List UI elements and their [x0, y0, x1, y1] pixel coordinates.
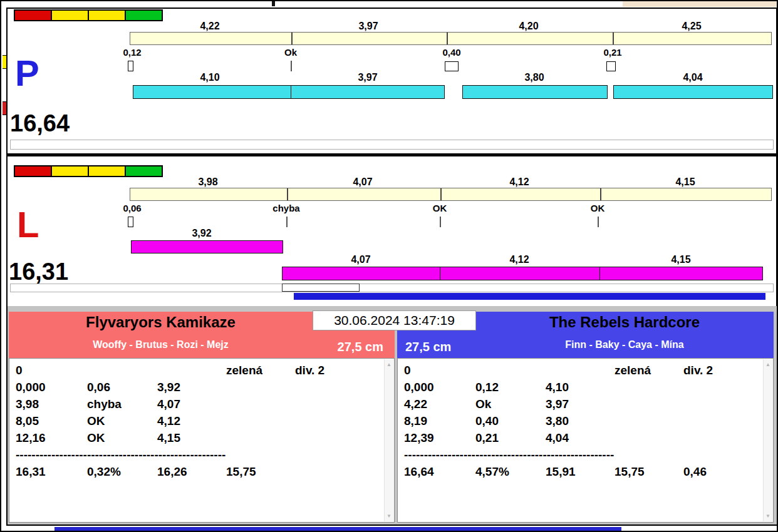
light-yellow-1: [51, 9, 89, 21]
summary-cell: 16,31: [16, 465, 46, 479]
result-cell: 3,92: [157, 381, 180, 394]
summary-cell: 15,75: [226, 465, 256, 479]
status-strip-l: [10, 284, 774, 292]
lane-letter-l: L: [17, 207, 39, 243]
change-marker-label: OK: [402, 203, 477, 213]
result-cell: 12,16: [16, 431, 46, 445]
top-strip: [3, 1, 778, 8]
result-cell: 0: [404, 364, 411, 377]
summary-cell: 16,64: [404, 465, 434, 479]
scroll-down-icon[interactable]: ▼: [385, 513, 393, 519]
run-bar-segment: [440, 267, 600, 280]
change-marker-label: 0,40: [414, 47, 489, 58]
scrollbar[interactable]: ▲ ▼: [763, 359, 772, 521]
change-marker-box: [128, 61, 133, 71]
reference-split-label: 4,20: [491, 21, 566, 32]
run-bar-segment: [133, 85, 291, 99]
segment-tick: [613, 33, 614, 44]
segment-tick: [291, 33, 293, 44]
run-split-label: 4,12: [482, 254, 557, 265]
run-split-label: 3,80: [497, 72, 572, 83]
light-red: [14, 165, 52, 177]
light-yellow-1: [51, 165, 89, 177]
light-green: [125, 9, 163, 21]
run-split-label: 4,04: [655, 72, 730, 83]
change-marker-label: 0,21: [575, 47, 650, 58]
light-red: [14, 9, 52, 21]
result-cell: 4,04: [546, 431, 569, 445]
progress-bar-blue: [294, 293, 765, 300]
result-cell: 0,06: [87, 381, 110, 394]
result-cell: zelená: [226, 364, 262, 377]
start-lights-p: [14, 9, 163, 21]
results-panel-right[interactable]: 0 zelená div. 2 0,000 0,12 4,10 4,22 Ok …: [397, 358, 774, 523]
progress-outline-box: [282, 284, 360, 292]
taskbar-fragment[interactable]: [54, 527, 621, 532]
change-marker-box: [128, 217, 133, 227]
result-cell: 4,12: [157, 414, 180, 428]
run-bar-segment: [613, 85, 773, 99]
result-cell: div. 2: [295, 364, 324, 377]
change-marker-tick: [286, 217, 288, 227]
segment-tick: [440, 188, 442, 200]
screen: P 16,64 4,22 3,97 4,20 4,25 0,12 Ok 0,40…: [0, 0, 778, 532]
reference-split-label: 4,22: [172, 21, 247, 32]
reference-split-label: 3,97: [331, 21, 406, 32]
summary-cell: 15,75: [615, 465, 645, 479]
result-cell: 3,80: [546, 414, 569, 428]
lane-total-p: 16,64: [10, 111, 70, 136]
result-separator: ----------------------------------------…: [404, 448, 614, 462]
summary-cell: 0,46: [683, 465, 707, 479]
scroll-up-icon[interactable]: ▲: [385, 362, 393, 367]
result-cell: 3,97: [546, 397, 569, 411]
summary-cell: 0,32%: [87, 465, 121, 479]
light-green: [125, 165, 163, 177]
summary-cell: 4,57%: [475, 465, 509, 479]
status-strip-p: [10, 140, 774, 150]
team-name-left: Flyvaryors Kamikaze: [9, 314, 313, 331]
run-split-label: 4,15: [643, 254, 718, 265]
segment-tick: [600, 188, 601, 200]
datetime-display: 30.06.2024 13:47:19: [313, 310, 476, 330]
reference-split-label: 4,07: [325, 176, 400, 188]
reference-split-label: 3,98: [170, 176, 246, 188]
run-bar-segment: [282, 267, 440, 280]
light-yellow-2: [88, 165, 126, 177]
team-dogs-left: Wooffy - Brutus - Rozi - Mejz: [9, 339, 313, 350]
run-split-label: 3,97: [330, 72, 405, 83]
result-cell: 8,05: [16, 414, 39, 428]
change-marker-box: [606, 61, 616, 71]
result-cell: 4,22: [404, 397, 427, 411]
reference-split-label: 4,12: [482, 176, 557, 188]
jump-height-left: 27,5 cm: [283, 340, 383, 354]
scroll-down-icon[interactable]: ▼: [764, 513, 772, 519]
results-panel-left[interactable]: 0 zelená div. 2 0,000 0,06 3,92 3,98 chy…: [9, 358, 395, 523]
change-marker-tick: [291, 61, 292, 71]
result-cell: 8,19: [404, 414, 427, 428]
change-marker-tick: [440, 217, 441, 227]
reference-bar-p: [130, 32, 772, 45]
result-cell: OK: [87, 414, 105, 428]
change-marker-box: [445, 61, 459, 71]
result-cell: 0,12: [475, 381, 499, 394]
result-cell: 4,07: [157, 397, 180, 411]
scrollbar[interactable]: ▲ ▼: [384, 359, 393, 521]
scroll-up-icon[interactable]: ▲: [764, 362, 772, 367]
change-marker-label: Ok: [253, 47, 328, 58]
run-split-label: 4,07: [323, 254, 398, 265]
background-window-fragment: [623, 1, 778, 7]
summary-cell: 16,26: [157, 465, 187, 479]
result-cell: zelená: [615, 364, 651, 377]
lane-total-l: 16,31: [9, 260, 68, 285]
result-cell: div. 2: [683, 364, 713, 377]
result-cell: 0,000: [16, 381, 46, 394]
result-cell: 0,21: [475, 431, 499, 445]
lane-letter-p: P: [15, 55, 39, 91]
result-cell: 4,10: [546, 381, 569, 394]
reference-split-label: 4,25: [654, 21, 729, 32]
team-name-right: The Rebels Hardcore: [475, 314, 774, 331]
result-cell: 0,40: [475, 414, 499, 428]
reference-bar-l: [130, 188, 772, 201]
run-split-label: 3,92: [164, 228, 239, 239]
run-split-label: 4,10: [172, 72, 247, 83]
